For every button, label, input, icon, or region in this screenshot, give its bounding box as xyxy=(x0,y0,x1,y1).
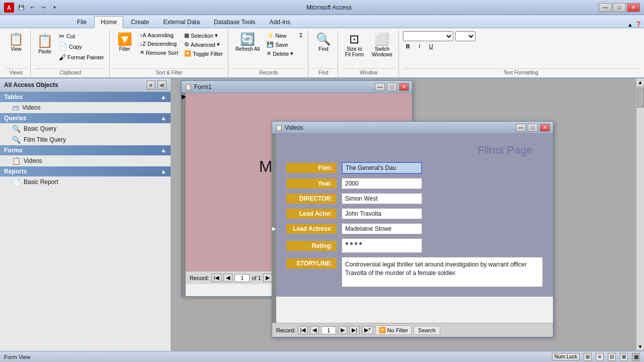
scroll-down-btn[interactable]: ▼ xyxy=(636,343,644,351)
storyline-value[interactable]: Controversial legal thriller set around … xyxy=(342,257,543,287)
view-icon-4[interactable]: ⊠ xyxy=(620,353,628,361)
filter-col: ▦ Selection ▾ ⚙ Advanced ▾ 🔽 Toggle Filt… xyxy=(182,31,225,58)
year-value[interactable]: 2000 xyxy=(342,178,422,189)
paste-button[interactable]: 📋 Paste xyxy=(35,31,55,56)
main-content: All Access Objects ≡ ≪ Tables ▲ 🗃 Videos… xyxy=(0,78,644,351)
app-close-btn[interactable]: ✕ xyxy=(627,3,640,12)
view-icon-2[interactable]: ≡ xyxy=(596,353,604,361)
film-value[interactable]: The General's Dau xyxy=(342,162,422,174)
tab-file[interactable]: File xyxy=(70,16,93,28)
clipboard-col: ✂ Cut 📄 Copy 🖌 Format Painter xyxy=(57,31,106,62)
descending-button[interactable]: ↓Z Descending xyxy=(138,40,180,48)
format-painter-button[interactable]: 🖌 Format Painter xyxy=(57,52,106,62)
save-quick-btn[interactable]: 💾 xyxy=(16,3,26,12)
videos-first-btn[interactable]: |◀ xyxy=(298,326,308,334)
underline-icon: U xyxy=(429,43,433,49)
italic-button[interactable]: I xyxy=(415,42,425,50)
undo-btn[interactable]: ↩ xyxy=(27,3,37,12)
forms-section-header[interactable]: Forms ▲ xyxy=(0,145,171,155)
redo-btn[interactable]: ↪ xyxy=(38,3,48,12)
new-record-button[interactable]: ✨ New xyxy=(265,31,295,40)
selection-button[interactable]: ▦ Selection ▾ xyxy=(182,31,225,40)
form1-record-input[interactable] xyxy=(234,274,250,282)
no-filter-btn[interactable]: 🔽 No Filter xyxy=(375,325,412,335)
reports-section-header[interactable]: Reports ▲ xyxy=(0,166,171,176)
ribbon-collapse-btn[interactable]: ▲ xyxy=(627,22,633,28)
nav-collapse-btn[interactable]: ≪ xyxy=(157,80,167,89)
report-basic-item[interactable]: 📄 Basic Report xyxy=(0,176,171,188)
totals-button[interactable]: Σ xyxy=(297,31,305,39)
size-to-fit-button[interactable]: ⊡ Size toFit Form xyxy=(342,31,367,59)
refresh-all-button[interactable]: 🔄 Refresh All xyxy=(232,31,263,54)
view-icon-3[interactable]: ⊟ xyxy=(608,353,616,361)
videos-record-input[interactable]: 1 xyxy=(321,326,336,334)
director-value[interactable]: Simon West xyxy=(342,193,422,204)
tab-external-data[interactable]: External Data xyxy=(156,16,206,28)
bold-icon: B xyxy=(406,43,410,49)
videos-win-icon: 📋 xyxy=(275,124,283,131)
view-icon-5[interactable]: ▦ xyxy=(632,353,640,361)
advanced-button[interactable]: ⚙ Advanced ▾ xyxy=(182,40,225,49)
new-label: New xyxy=(275,33,286,39)
videos-minimize-btn[interactable]: — xyxy=(516,124,526,132)
descending-label: Descending xyxy=(147,41,177,47)
query-icon-2: 🔍 xyxy=(12,136,21,144)
search-btn[interactable]: Search xyxy=(414,326,440,335)
bold-button[interactable]: B xyxy=(403,42,413,50)
videos-last-btn[interactable]: ▶| xyxy=(349,326,360,334)
queries-section-header[interactable]: Queries ▲ xyxy=(0,113,171,123)
customize-btn[interactable]: ▾ xyxy=(49,3,59,12)
tab-database-tools[interactable]: Database Tools xyxy=(207,16,262,28)
query-basic-item[interactable]: 🔍 Basic Query xyxy=(0,123,171,134)
cut-button[interactable]: ✂ Cut xyxy=(57,31,106,41)
help-btn[interactable]: ❓ xyxy=(635,21,642,28)
form-videos-item[interactable]: 📋 Videos xyxy=(0,155,171,166)
scroll-thumb[interactable] xyxy=(637,87,644,108)
view-icon-1[interactable]: ⊞ xyxy=(584,353,592,361)
videos-close-btn[interactable]: ✕ xyxy=(540,124,550,132)
underline-button[interactable]: U xyxy=(426,42,436,50)
save-record-button[interactable]: 💾 Save xyxy=(265,40,295,49)
tab-home[interactable]: Home xyxy=(94,16,123,28)
tables-section-header[interactable]: Tables ▲ xyxy=(0,92,171,102)
form1-minimize-btn[interactable]: — xyxy=(375,83,385,91)
videos-prev-btn[interactable]: ◀ xyxy=(310,326,319,334)
form1-first-btn[interactable]: |◀ xyxy=(211,274,222,282)
minimize-btn[interactable]: — xyxy=(599,3,612,12)
copy-button[interactable]: 📄 Copy xyxy=(57,42,106,52)
storyline-field-row: STORYLINE: Controversial legal thriller … xyxy=(286,257,543,287)
toggle-filter-button[interactable]: 🔽 Toggle Filter xyxy=(182,49,225,58)
tab-create[interactable]: Create xyxy=(124,16,155,28)
videos-next-btn[interactable]: ▶ xyxy=(338,326,347,334)
lead-actor-value[interactable]: John Travolta xyxy=(342,208,422,219)
ascending-button[interactable]: ↑A Ascending xyxy=(138,31,180,39)
form1-prev-btn[interactable]: ◀ xyxy=(223,274,232,282)
form1-left-handle[interactable]: ▶ xyxy=(182,93,186,296)
delete-record-button[interactable]: ✕ Delete ▾ xyxy=(265,49,295,58)
find-label: Find xyxy=(318,46,328,52)
form1-close-btn[interactable]: ✕ xyxy=(399,83,409,91)
main-scrollbar[interactable]: ▲ ▼ xyxy=(636,78,644,351)
filter-button[interactable]: 🔽 Filter xyxy=(114,31,136,54)
form1-maximize-btn[interactable]: □ xyxy=(387,83,397,91)
maximize-btn[interactable]: □ xyxy=(613,3,626,12)
switch-windows-button[interactable]: ⬜ SwitchWindows xyxy=(369,31,395,59)
scroll-up-btn[interactable]: ▲ xyxy=(636,78,644,86)
rating-value[interactable]: **** xyxy=(342,238,422,253)
remove-sort-button[interactable]: ✕ Remove Sort xyxy=(138,48,180,57)
tab-add-ins[interactable]: Add-Ins xyxy=(263,16,297,28)
form1-title: Form1 xyxy=(194,83,373,90)
font-size-select[interactable] xyxy=(455,31,475,41)
videos-new-btn[interactable]: ▶* xyxy=(362,326,373,334)
nav-menu-btn[interactable]: ≡ xyxy=(146,80,155,89)
lead-actress-value[interactable]: Madelaine Stowe xyxy=(342,223,422,234)
videos-maximize-btn[interactable]: □ xyxy=(528,124,538,132)
form1-next-btn[interactable]: ▶ xyxy=(263,274,272,282)
query-film-title-item[interactable]: 🔍 Film Title Query xyxy=(0,134,171,145)
videos-left-handle[interactable]: ▶ xyxy=(272,134,276,323)
view-button[interactable]: 📋 View xyxy=(5,31,27,54)
find-button[interactable]: 🔍 Find xyxy=(312,31,335,54)
font-select[interactable] xyxy=(403,31,453,41)
table-videos-item[interactable]: 🗃 Videos xyxy=(0,102,171,113)
records-group-label: Records xyxy=(232,68,305,76)
